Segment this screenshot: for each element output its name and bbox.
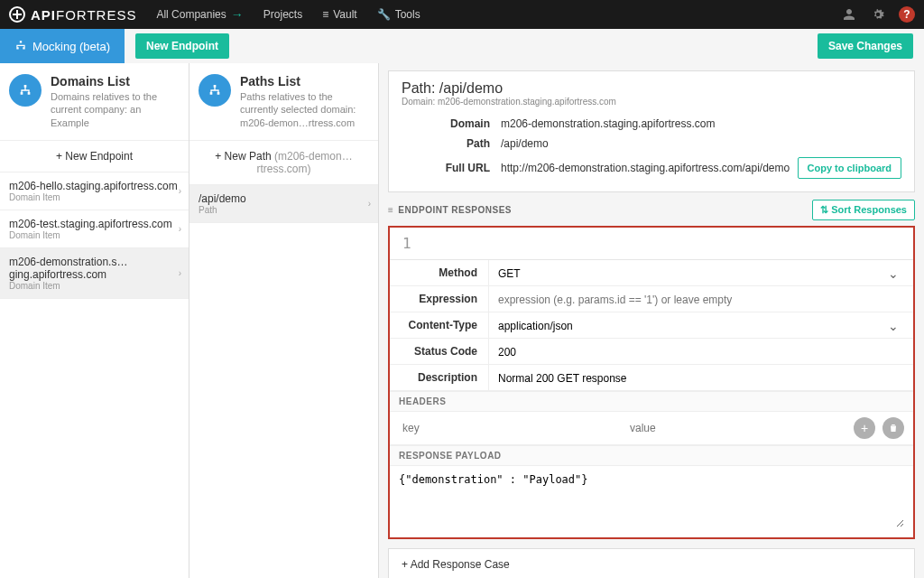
- nav-projects[interactable]: Projects: [263, 8, 302, 21]
- response-card: 1 Method GET Expression Content-Type app…: [388, 226, 915, 539]
- brand-fortress: FORTRESS: [56, 7, 136, 23]
- sitemap-icon: [9, 74, 42, 107]
- domain-item[interactable]: m206-demonstration.s…ging.apifortress.co…: [0, 248, 189, 299]
- wrench-icon: 🔧: [377, 8, 391, 21]
- brand-logo[interactable]: APIFORTRESS: [9, 6, 136, 23]
- chevron-right-icon: ›: [179, 268, 181, 278]
- detail-column: Path: /api/demo Domain: m206-demonstrati…: [379, 63, 924, 578]
- top-nav: APIFORTRESS All Companies → Projects ≡ V…: [0, 0, 924, 29]
- domain-label: Domain: [402, 117, 501, 130]
- header-value-input[interactable]: [626, 418, 846, 438]
- paths-title: Paths List: [240, 74, 369, 89]
- path-value: /api/demo: [501, 137, 901, 150]
- chevron-right-icon: ›: [179, 186, 181, 196]
- new-path-row[interactable]: + New Path (m206-demon…rtress.com): [189, 141, 378, 185]
- gear-icon[interactable]: [870, 6, 886, 23]
- nav-all-companies[interactable]: All Companies →: [156, 7, 243, 22]
- expression-input[interactable]: [498, 294, 904, 306]
- statuscode-input[interactable]: [498, 346, 904, 359]
- add-header-button[interactable]: +: [854, 417, 875, 439]
- sitemap-icon: [199, 74, 231, 107]
- domain-value: m206-demonstration.staging.apifortress.c…: [501, 117, 901, 130]
- domain-item[interactable]: m206-test.staging.apifortress.com Domain…: [0, 210, 189, 248]
- help-icon[interactable]: ?: [899, 6, 915, 23]
- nav-tools[interactable]: 🔧 Tools: [377, 8, 420, 21]
- headers-section-label: HEADERS: [390, 391, 913, 412]
- copy-clipboard-button[interactable]: Copy to clipboard: [798, 157, 902, 179]
- fullurl-label: Full URL: [402, 162, 501, 174]
- new-endpoint-row[interactable]: + New Endpoint: [0, 141, 189, 172]
- chevron-right-icon: ›: [368, 199, 371, 209]
- save-changes-button[interactable]: Save Changes: [818, 33, 913, 59]
- method-select[interactable]: GET: [498, 267, 904, 280]
- contenttype-label: Content-Type: [390, 312, 489, 338]
- sitemap-icon: [14, 40, 27, 52]
- logo-icon: [9, 6, 25, 23]
- paths-subtitle: Paths relatives to the currently selecte…: [240, 90, 369, 129]
- sort-responses-button[interactable]: ⇅ Sort Responses: [812, 200, 915, 220]
- payload-section-label: RESPONSE PAYLOAD: [390, 445, 913, 466]
- expression-label: Expression: [390, 286, 489, 312]
- brand-api: API: [31, 7, 56, 23]
- domains-header: Domains List Domains relatives to the cu…: [0, 63, 189, 141]
- new-endpoint-button[interactable]: New Endpoint: [135, 33, 229, 59]
- nav-vault[interactable]: ≡ Vault: [322, 8, 356, 21]
- payload-textarea[interactable]: [399, 473, 904, 527]
- method-label: Method: [390, 260, 489, 285]
- header-key-input[interactable]: [399, 418, 619, 438]
- add-response-case-button[interactable]: + Add Response Case: [388, 548, 915, 578]
- statuscode-label: Status Code: [390, 339, 489, 364]
- fullurl-value: http://m206-demonstration.staging.apifor…: [501, 162, 798, 174]
- toolbar: Mocking (beta) New Endpoint Save Changes: [0, 29, 924, 63]
- contenttype-select[interactable]: application/json: [498, 320, 904, 332]
- paths-column: Paths List Paths relatives to the curren…: [189, 63, 379, 578]
- delete-header-button[interactable]: [882, 417, 904, 439]
- path-label: Path: [402, 137, 501, 150]
- domain-item[interactable]: m206-hello.staging.apifortress.com Domai…: [0, 172, 189, 210]
- domains-title: Domains List: [51, 74, 180, 89]
- response-number: 1: [390, 228, 913, 260]
- path-title: Path: /api/demo: [402, 80, 901, 97]
- chevron-right-icon: ›: [179, 224, 181, 234]
- trash-icon: [888, 423, 899, 434]
- arrow-right-icon: →: [231, 7, 244, 22]
- domains-column: Domains List Domains relatives to the cu…: [0, 63, 189, 578]
- description-label: Description: [390, 365, 489, 390]
- mocking-badge: Mocking (beta): [0, 29, 125, 63]
- paths-header: Paths List Paths relatives to the curren…: [189, 63, 378, 141]
- description-input[interactable]: [498, 372, 904, 385]
- vault-icon: ≡: [322, 8, 328, 21]
- domains-subtitle: Domains relatives to the current company…: [51, 90, 180, 129]
- path-item[interactable]: /api/demo Path ›: [189, 185, 378, 223]
- user-icon[interactable]: [841, 6, 857, 23]
- endpoint-responses-label: ENDPOINT RESPONSES: [388, 205, 512, 215]
- path-subtitle: Domain: m206-demonstration.staging.apifo…: [402, 97, 901, 107]
- path-summary-card: Path: /api/demo Domain: m206-demonstrati…: [388, 70, 915, 192]
